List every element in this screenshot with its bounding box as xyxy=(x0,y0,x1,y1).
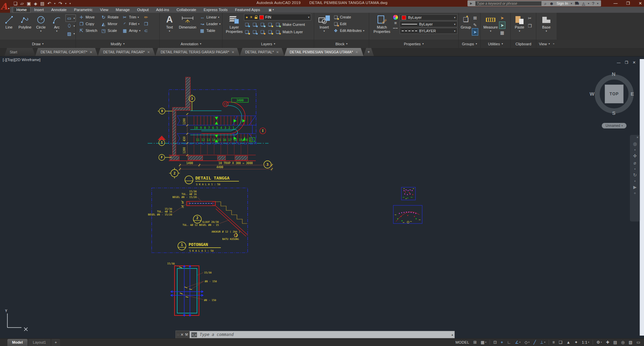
move-button[interactable]: ✛Move xyxy=(79,14,97,20)
status-lineweight-icon[interactable]: ≡ xyxy=(551,339,556,346)
cad-canvas[interactable]: 10 9 8 7 6 5 4 3 2 1 11 12 13 14 15 16 1… xyxy=(0,56,644,338)
status-annotation-scale[interactable]: 1:1▾ xyxy=(580,339,591,346)
make-current-icon[interactable]: ❏ xyxy=(275,22,281,27)
hatch-tool-button[interactable]: ▨▾ xyxy=(66,30,76,37)
polyline-button[interactable]: Polyline xyxy=(17,14,33,30)
file-tab-start[interactable]: Start xyxy=(4,48,35,56)
linetype-list-icon[interactable]: ┅┅ xyxy=(393,26,398,31)
orbit-icon[interactable]: ↻ xyxy=(633,173,637,178)
viewport-minimize-icon[interactable]: — xyxy=(617,60,621,65)
insert-block-button[interactable]: Insert▾ xyxy=(316,14,332,33)
edit-attributes-button[interactable]: ❖Edit Attributes▾ xyxy=(333,27,364,34)
application-menu-button[interactable]: A▾ xyxy=(0,0,10,13)
color-wheel-icon[interactable] xyxy=(393,14,398,20)
copy-clip-button[interactable]: ❐ xyxy=(527,22,533,29)
scale-button[interactable]: ◳Scale xyxy=(101,27,118,34)
layer-select[interactable]: ● ☀ FIN ▾ xyxy=(244,14,311,20)
tab-collaborate[interactable]: Collaborate xyxy=(173,7,200,13)
circle-button[interactable]: Circle▾ xyxy=(33,14,49,33)
navbar-close-icon[interactable]: ✕ xyxy=(636,136,639,139)
viewport-close-icon[interactable]: ✕ xyxy=(633,60,636,65)
paste-button[interactable]: Paste▾ xyxy=(512,14,527,33)
close-tab-icon[interactable]: ✕ xyxy=(147,50,150,54)
layer-off-icon[interactable]: ❏ xyxy=(244,30,250,35)
navbar-caret-icon[interactable]: ▾ xyxy=(634,168,636,170)
lineweight-list-icon[interactable]: ≡ xyxy=(394,21,397,25)
command-input[interactable] xyxy=(199,332,449,337)
explode-button[interactable]: ❒ xyxy=(143,20,149,27)
tab-insert[interactable]: Insert xyxy=(31,7,48,13)
tab-view[interactable]: View xyxy=(96,7,112,13)
object-color-select[interactable]: ByLayer ▾ xyxy=(400,14,457,20)
app-store-cart-icon[interactable]: ⛟ xyxy=(575,1,579,6)
line-button[interactable]: Line xyxy=(1,14,17,30)
pan-icon[interactable]: ✜ xyxy=(633,154,637,158)
command-prompt-icon[interactable]: >_▾ xyxy=(191,332,197,337)
command-history-caret-icon[interactable]: ▴ xyxy=(451,333,453,336)
help-icon[interactable]: ? xyxy=(592,1,594,6)
lineweight-select[interactable]: ByLayer ▾ xyxy=(400,21,457,27)
status-quick-properties-icon[interactable]: ▤ xyxy=(611,339,618,346)
viewcube-south[interactable]: S xyxy=(612,110,615,116)
status-autoscale-icon[interactable]: ✦ xyxy=(573,339,580,346)
tab-manage[interactable]: Manage xyxy=(112,7,134,13)
linear-dimension-button[interactable]: ↔Linear▾ xyxy=(199,14,220,20)
edit-block-button[interactable]: ❏Edit xyxy=(333,20,364,27)
search-input[interactable] xyxy=(475,1,542,6)
command-line-bar[interactable]: >_▾ ▴ xyxy=(190,331,455,338)
layer-restore-icon[interactable]: ❏ xyxy=(252,22,257,27)
sign-in-caret-icon[interactable]: ▾ xyxy=(571,2,572,5)
tab-featured-apps[interactable]: Featured Apps xyxy=(231,7,264,13)
command-line-grip[interactable]: ∷ ✕ ⚒ xyxy=(176,331,190,338)
close-tab-icon[interactable]: ✕ xyxy=(90,50,92,54)
viewport-controls-label[interactable]: [-][Top][2D Wireframe] xyxy=(3,58,40,62)
match-layer-button[interactable]: Match Layer xyxy=(283,30,303,34)
rectangle-tool-button[interactable]: ▭▾ xyxy=(66,15,76,21)
close-button[interactable]: ✕ xyxy=(639,1,642,6)
layer-unisolate-icon[interactable]: ❏ xyxy=(252,30,257,35)
ribbon-display-button[interactable]: ▣▾ xyxy=(268,7,274,13)
copy-button[interactable]: ❐Copy xyxy=(79,20,97,27)
file-tab-carport[interactable]: DETAIL PARTIAL CARPORT*✕ xyxy=(35,48,98,56)
ellipse-tool-button[interactable]: ⬯▾ xyxy=(66,22,76,29)
status-annotation-monitor-icon[interactable]: ✚ xyxy=(604,339,611,346)
match-layer-icon[interactable]: ❏ xyxy=(275,30,281,35)
measure-button[interactable]: Measure▾ xyxy=(482,14,499,33)
panel-title-properties[interactable]: Properties▾ xyxy=(369,40,459,48)
status-isometric-drafting-icon[interactable]: ◇▾ xyxy=(523,339,531,346)
file-tab-teras-garasi[interactable]: DETAIL PARTIAL TERAS GARASI PAGAR*✕ xyxy=(155,48,240,56)
panel-title-layers[interactable]: Layers▾ xyxy=(222,40,314,48)
erase-button[interactable]: ✏ xyxy=(143,14,149,20)
model-tab[interactable]: Model xyxy=(7,339,28,346)
vertical-scrollbar[interactable] xyxy=(640,59,644,336)
leader-button[interactable]: ↝Leader▾ xyxy=(199,20,220,27)
file-tab-tangga-utama[interactable]: DETAIL PEMBESIAN TANGGA UTAMA*✕ xyxy=(284,48,363,56)
account-caret-icon[interactable]: ▾ xyxy=(588,2,589,5)
command-close-icon[interactable]: ✕ xyxy=(181,333,184,337)
layer-properties-button[interactable]: LayerProperties xyxy=(225,14,244,34)
panel-title-groups[interactable]: Groups▾ xyxy=(459,40,481,48)
layer-on-icon[interactable]: ● xyxy=(246,15,248,19)
layout1-tab[interactable]: Layout1 xyxy=(28,339,51,346)
panel-title-draw[interactable]: Draw▾ xyxy=(0,40,76,48)
new-drawing-tab-button[interactable]: + xyxy=(363,48,374,56)
sign-in-button[interactable]: Sign In xyxy=(556,1,568,5)
close-tab-icon[interactable]: ✕ xyxy=(355,50,358,54)
fillet-button[interactable]: ◜Fillet▾ xyxy=(122,20,140,27)
layer-isolate-icon[interactable]: ❏ xyxy=(244,22,250,27)
ungroup-button[interactable]: ⊠ xyxy=(472,14,478,21)
trim-button[interactable]: ✂Trim▾ xyxy=(122,14,140,20)
navbar-caret-icon[interactable]: ▾ xyxy=(634,180,636,183)
group-selection-toggle[interactable]: ➤ xyxy=(472,29,478,35)
create-block-button[interactable]: ❏Create xyxy=(333,14,364,20)
command-customize-wrench-icon[interactable]: ⚒ xyxy=(185,333,188,337)
tab-parametric[interactable]: Parametric xyxy=(70,7,97,13)
autodesk-account-icon[interactable]: ◬ xyxy=(582,1,585,6)
match-properties-button[interactable]: 🖉 MatchProperties xyxy=(371,14,393,34)
status-grid-icon[interactable]: ⊞ xyxy=(472,339,478,346)
arc-button[interactable]: Arc▾ xyxy=(49,14,65,33)
model-space-viewport[interactable]: 10 9 8 7 6 5 4 3 2 1 11 12 13 14 15 16 1… xyxy=(0,56,644,338)
dimension-button[interactable]: Dimension xyxy=(177,14,198,30)
new-layout-button[interactable]: + xyxy=(51,339,60,346)
tab-add-ins[interactable]: Add-ins xyxy=(152,7,173,13)
